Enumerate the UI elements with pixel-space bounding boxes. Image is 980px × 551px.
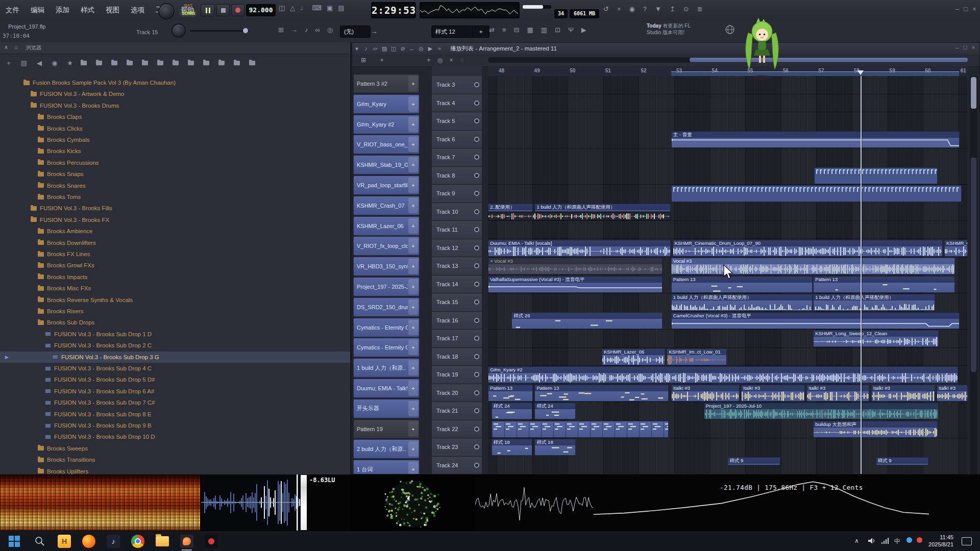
browser-item[interactable]: FUSION Vol.3 - Brooks Drums <box>0 100 350 111</box>
picker-item[interactable]: Duumu; EMIA - Talk!..+ <box>353 379 420 398</box>
taskbar-app-qqmusic[interactable] <box>204 534 218 548</box>
clip-!talk! #3[interactable]: !talk! #3 <box>671 385 740 402</box>
search-button[interactable] <box>33 534 47 548</box>
back-category-icon[interactable]: ◀ <box>32 56 47 69</box>
preview-icon[interactable]: ≈ <box>435 45 444 52</box>
browser-item[interactable]: Fusion Brooks Sample Pack Vol 3 (By Aman… <box>0 77 350 88</box>
browser-item[interactable]: FUSION Vol.3 - Brooks Sub Drop 6 A# <box>0 386 350 397</box>
zoom-icon[interactable]: ◎ <box>416 45 426 52</box>
picker-item[interactable]: 1 台词+ <box>353 460 420 474</box>
clip-KSHMR_Long_Sweep_12_Clean[interactable]: KSHMR_Long_Sweep_12_Clean <box>813 330 939 347</box>
picker-item[interactable]: Pattern 19+ <box>353 419 420 439</box>
record-arm-icon[interactable] <box>474 372 479 377</box>
track-header[interactable]: Track 15 <box>432 293 482 312</box>
move-handle-icon[interactable]: + <box>408 178 418 193</box>
timeline-ruler[interactable]: 4849505152535455565758596061 <box>488 66 968 77</box>
clip-1 build 人力（和原曲人声搭配使用）[interactable]: 1 build 人力（和原曲人声搭配使用） <box>671 294 813 311</box>
detach-icon[interactable]: ▥ <box>541 26 547 34</box>
clip-样式 24[interactable]: 样式 24 <box>492 403 532 419</box>
add-track-icon[interactable]: + <box>424 56 434 65</box>
tray-app1-icon[interactable] <box>906 537 912 543</box>
minimize-button[interactable]: – <box>955 5 959 13</box>
save-icon[interactable]: ▼ <box>655 5 662 13</box>
record-arm-icon[interactable] <box>474 463 479 468</box>
browser-item[interactable]: Brooks Uplifters <box>0 466 350 474</box>
picker-item[interactable]: KSHMR_Lazer_06+ <box>353 216 420 236</box>
ime-indicator[interactable]: 中 <box>894 537 900 546</box>
metronome-icon[interactable]: △ <box>290 4 295 12</box>
track-header[interactable]: Track 9 <box>432 185 482 203</box>
main-volume-knob[interactable] <box>158 3 175 19</box>
play-small-icon[interactable]: ▶ <box>581 26 586 34</box>
record-arm-icon[interactable] <box>474 227 479 232</box>
track-header[interactable]: Track 10 <box>432 203 482 221</box>
record-arm-icon[interactable] <box>474 318 479 323</box>
folder-category-icon[interactable] <box>169 56 185 69</box>
clip-mididense[interactable] <box>814 167 938 184</box>
picker-item[interactable]: V_RIOT_bass_one_s..+ <box>353 135 420 154</box>
clip-G#m_Kyary #2[interactable]: G#m_Kyary #2 <box>488 366 958 383</box>
clip-样式 9[interactable]: 样式 9 <box>727 457 780 465</box>
menu-item-选项[interactable]: 选项 <box>125 0 150 20</box>
move-handle-icon[interactable]: + <box>408 279 418 294</box>
record-arm-icon[interactable] <box>474 427 479 432</box>
picker-item[interactable]: 开头乐器+ <box>353 399 420 418</box>
move-handle-icon[interactable]: + <box>408 198 418 213</box>
horizontal-scrollbar[interactable] <box>488 57 968 63</box>
collapse-icon[interactable]: ▾ <box>352 45 361 52</box>
clip-Pattern 13[interactable]: Pattern 13 <box>534 385 669 402</box>
blend-notes-icon[interactable]: ▣ <box>327 4 333 12</box>
browser-item[interactable]: Brooks Transitions <box>0 454 350 465</box>
record-arm-icon[interactable] <box>474 299 479 305</box>
browser-item[interactable]: Brooks Clicks <box>0 123 350 134</box>
cut-icon[interactable]: × <box>617 5 621 13</box>
record-arm-icon[interactable] <box>474 390 479 395</box>
browser-item[interactable]: FUSION Vol.3 - Brooks Sub Drop 8 E <box>0 409 350 420</box>
record-arm-icon[interactable] <box>474 263 479 268</box>
browser-item[interactable]: Brooks Cymbals <box>0 134 350 145</box>
folder-category-icon[interactable] <box>215 56 231 69</box>
magnet-icon[interactable]: ⊞ <box>358 56 369 65</box>
browser-item[interactable]: Brooks Impacts <box>0 271 350 283</box>
menu-item-文件[interactable]: 文件 <box>0 0 25 20</box>
help-icon[interactable]: ? <box>643 5 647 13</box>
folder-category-icon[interactable] <box>93 56 108 69</box>
clip-KSHMR_Im..ct_Low_01[interactable]: KSHMR_Im..ct_Low_01 <box>667 348 727 365</box>
track-header[interactable]: Track 11 <box>432 221 482 239</box>
taskbar-app-explorer[interactable] <box>155 534 169 548</box>
move-handle-icon[interactable]: + <box>408 137 418 152</box>
selector-none[interactable]: (无) <box>340 26 371 38</box>
count-in-icon[interactable]: ♩ <box>300 4 307 12</box>
move-handle-icon[interactable]: + <box>408 96 418 112</box>
shuffle-knob[interactable] <box>172 23 186 38</box>
track-header[interactable]: Track 3 <box>432 76 482 94</box>
track-header[interactable]: Track 6 <box>432 131 482 149</box>
clip-样式 18[interactable]: 样式 18 <box>492 439 532 456</box>
track-header[interactable]: Track 17 <box>432 330 482 348</box>
find-icon[interactable]: ◌ <box>457 56 468 65</box>
track-header[interactable]: Track 21 <box>432 402 482 420</box>
home-icon[interactable]: ⌂ <box>14 44 18 50</box>
picker-item[interactable]: VR_HBD3_150_synth..+ <box>353 257 420 276</box>
tempo-display[interactable]: 92.000 <box>246 4 276 16</box>
folder-category-icon[interactable] <box>124 56 139 69</box>
zoom-slider[interactable] <box>190 30 249 32</box>
stop-button[interactable] <box>216 4 230 16</box>
record-arm-icon[interactable] <box>474 191 479 196</box>
star-category-icon[interactable]: ★ <box>62 56 78 69</box>
move-handle-icon[interactable]: + <box>408 360 418 375</box>
playlist-maximize-icon[interactable]: □ <box>961 44 969 51</box>
record-arm-icon[interactable] <box>474 155 479 160</box>
clip-!talk! #3[interactable]: !talk! #3 <box>806 385 870 402</box>
playback-icon[interactable]: ▶ <box>426 45 435 52</box>
mute-icon[interactable]: ⊘ <box>398 45 407 52</box>
wave-icon[interactable]: ♪ <box>361 45 371 52</box>
browser-item[interactable]: Brooks Misc FXs <box>0 283 350 294</box>
record-arm-icon[interactable] <box>474 173 479 178</box>
picker-item[interactable]: G#m_Kyary #2+ <box>353 115 420 134</box>
clip-KSHMR_Cinematic_Drum_Loop_07_90[interactable]: KSHMR_Cinematic_Drum_Loop_07_90 <box>944 240 968 257</box>
record-arm-icon[interactable] <box>474 354 479 359</box>
folder-category-icon[interactable] <box>246 56 261 69</box>
clip-KSHMR_Cinematic_Drum_Loop_07_90[interactable]: KSHMR_Cinematic_Drum_Loop_07_90 <box>673 240 943 257</box>
chat-icon[interactable]: ⊙ <box>683 5 689 13</box>
